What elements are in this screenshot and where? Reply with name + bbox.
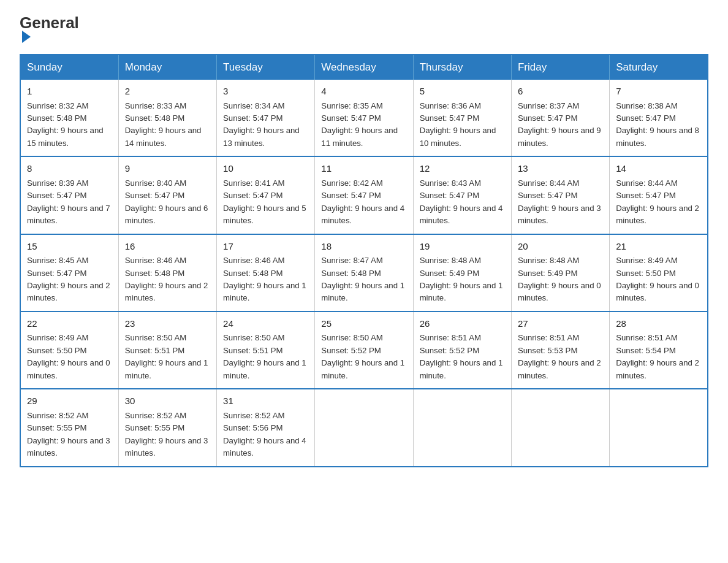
day-info: Sunrise: 8:32 AMSunset: 5:48 PMDaylight:… [27, 100, 112, 150]
day-info: Sunrise: 8:49 AMSunset: 5:50 PMDaylight:… [616, 255, 701, 305]
calendar-cell: 10Sunrise: 8:41 AMSunset: 5:47 PMDayligh… [217, 156, 315, 234]
calendar-cell: 22Sunrise: 8:49 AMSunset: 5:50 PMDayligh… [20, 312, 118, 389]
day-info: Sunrise: 8:52 AMSunset: 5:55 PMDaylight:… [27, 410, 112, 460]
column-header-tuesday: Tuesday [217, 55, 315, 80]
day-info: Sunrise: 8:38 AMSunset: 5:47 PMDaylight:… [616, 100, 701, 150]
day-info: Sunrise: 8:34 AMSunset: 5:47 PMDaylight:… [223, 100, 308, 150]
day-info: Sunrise: 8:46 AMSunset: 5:48 PMDaylight:… [125, 255, 210, 305]
day-number: 8 [27, 162, 112, 176]
day-number: 11 [321, 162, 406, 176]
day-number: 25 [321, 317, 406, 331]
calendar-cell [413, 389, 511, 466]
day-number: 7 [616, 85, 701, 99]
column-header-saturday: Saturday [610, 55, 708, 80]
calendar-cell: 3Sunrise: 8:34 AMSunset: 5:47 PMDaylight… [217, 80, 315, 156]
day-number: 9 [125, 162, 210, 176]
day-number: 5 [420, 85, 505, 99]
day-number: 26 [420, 317, 505, 331]
column-header-monday: Monday [118, 55, 216, 80]
calendar-cell: 31Sunrise: 8:52 AMSunset: 5:56 PMDayligh… [217, 389, 315, 466]
calendar-cell: 17Sunrise: 8:46 AMSunset: 5:48 PMDayligh… [217, 234, 315, 312]
day-info: Sunrise: 8:50 AMSunset: 5:52 PMDaylight:… [321, 332, 406, 382]
calendar-cell: 12Sunrise: 8:43 AMSunset: 5:47 PMDayligh… [413, 156, 511, 234]
day-number: 21 [616, 240, 701, 254]
day-info: Sunrise: 8:41 AMSunset: 5:47 PMDaylight:… [223, 177, 308, 228]
calendar-cell: 18Sunrise: 8:47 AMSunset: 5:48 PMDayligh… [315, 234, 413, 312]
day-number: 17 [223, 240, 308, 254]
calendar-cell: 14Sunrise: 8:44 AMSunset: 5:47 PMDayligh… [610, 156, 708, 234]
day-number: 22 [27, 317, 112, 331]
day-info: Sunrise: 8:48 AMSunset: 5:49 PMDaylight:… [518, 255, 603, 305]
calendar-cell: 7Sunrise: 8:38 AMSunset: 5:47 PMDaylight… [610, 80, 708, 156]
page-header: General [20, 15, 708, 44]
calendar-cell: 21Sunrise: 8:49 AMSunset: 5:50 PMDayligh… [610, 234, 708, 312]
calendar-cell: 1Sunrise: 8:32 AMSunset: 5:48 PMDaylight… [20, 80, 118, 156]
calendar-cell: 2Sunrise: 8:33 AMSunset: 5:48 PMDaylight… [118, 80, 216, 156]
day-info: Sunrise: 8:43 AMSunset: 5:47 PMDaylight:… [420, 177, 505, 228]
calendar-cell: 20Sunrise: 8:48 AMSunset: 5:49 PMDayligh… [511, 234, 609, 312]
day-number: 3 [223, 85, 308, 99]
calendar-cell: 9Sunrise: 8:40 AMSunset: 5:47 PMDaylight… [118, 156, 216, 234]
day-number: 12 [420, 162, 505, 176]
day-info: Sunrise: 8:51 AMSunset: 5:53 PMDaylight:… [518, 332, 603, 382]
day-info: Sunrise: 8:46 AMSunset: 5:48 PMDaylight:… [223, 255, 308, 305]
logo-blue-text [20, 31, 31, 44]
day-number: 29 [27, 394, 112, 408]
calendar-cell: 13Sunrise: 8:44 AMSunset: 5:47 PMDayligh… [511, 156, 609, 234]
day-number: 30 [125, 394, 210, 408]
day-number: 2 [125, 85, 210, 99]
day-info: Sunrise: 8:44 AMSunset: 5:47 PMDaylight:… [518, 177, 603, 228]
calendar-cell: 27Sunrise: 8:51 AMSunset: 5:53 PMDayligh… [511, 312, 609, 389]
day-info: Sunrise: 8:39 AMSunset: 5:47 PMDaylight:… [27, 177, 112, 228]
day-info: Sunrise: 8:37 AMSunset: 5:47 PMDaylight:… [518, 100, 603, 150]
calendar-week-row: 1Sunrise: 8:32 AMSunset: 5:48 PMDaylight… [20, 80, 708, 156]
day-info: Sunrise: 8:42 AMSunset: 5:47 PMDaylight:… [321, 177, 406, 228]
day-number: 13 [518, 162, 603, 176]
day-info: Sunrise: 8:50 AMSunset: 5:51 PMDaylight:… [223, 332, 308, 382]
calendar-cell [610, 389, 708, 466]
day-info: Sunrise: 8:35 AMSunset: 5:47 PMDaylight:… [321, 100, 406, 150]
day-number: 20 [518, 240, 603, 254]
column-header-thursday: Thursday [413, 55, 511, 80]
calendar-cell: 19Sunrise: 8:48 AMSunset: 5:49 PMDayligh… [413, 234, 511, 312]
day-number: 31 [223, 394, 308, 408]
day-info: Sunrise: 8:47 AMSunset: 5:48 PMDaylight:… [321, 255, 406, 305]
calendar-cell: 24Sunrise: 8:50 AMSunset: 5:51 PMDayligh… [217, 312, 315, 389]
calendar-cell: 8Sunrise: 8:39 AMSunset: 5:47 PMDaylight… [20, 156, 118, 234]
day-number: 28 [616, 317, 701, 331]
day-info: Sunrise: 8:44 AMSunset: 5:47 PMDaylight:… [616, 177, 701, 228]
calendar-cell: 28Sunrise: 8:51 AMSunset: 5:54 PMDayligh… [610, 312, 708, 389]
day-info: Sunrise: 8:40 AMSunset: 5:47 PMDaylight:… [125, 177, 210, 228]
day-number: 27 [518, 317, 603, 331]
logo-general-text: General [20, 15, 79, 31]
calendar-cell: 25Sunrise: 8:50 AMSunset: 5:52 PMDayligh… [315, 312, 413, 389]
calendar-cell: 5Sunrise: 8:36 AMSunset: 5:47 PMDaylight… [413, 80, 511, 156]
calendar-cell: 16Sunrise: 8:46 AMSunset: 5:48 PMDayligh… [118, 234, 216, 312]
day-info: Sunrise: 8:49 AMSunset: 5:50 PMDaylight:… [27, 332, 112, 382]
calendar-week-row: 15Sunrise: 8:45 AMSunset: 5:47 PMDayligh… [20, 234, 708, 312]
calendar-cell: 29Sunrise: 8:52 AMSunset: 5:55 PMDayligh… [20, 389, 118, 466]
calendar-cell [315, 389, 413, 466]
day-info: Sunrise: 8:51 AMSunset: 5:52 PMDaylight:… [420, 332, 505, 382]
day-info: Sunrise: 8:50 AMSunset: 5:51 PMDaylight:… [125, 332, 210, 382]
calendar-cell: 4Sunrise: 8:35 AMSunset: 5:47 PMDaylight… [315, 80, 413, 156]
column-header-sunday: Sunday [20, 55, 118, 80]
calendar-cell: 15Sunrise: 8:45 AMSunset: 5:47 PMDayligh… [20, 234, 118, 312]
day-info: Sunrise: 8:51 AMSunset: 5:54 PMDaylight:… [616, 332, 701, 382]
day-number: 16 [125, 240, 210, 254]
column-header-wednesday: Wednesday [315, 55, 413, 80]
day-number: 1 [27, 85, 112, 99]
day-info: Sunrise: 8:33 AMSunset: 5:48 PMDaylight:… [125, 100, 210, 150]
calendar-cell: 30Sunrise: 8:52 AMSunset: 5:55 PMDayligh… [118, 389, 216, 466]
day-number: 23 [125, 317, 210, 331]
calendar-cell: 23Sunrise: 8:50 AMSunset: 5:51 PMDayligh… [118, 312, 216, 389]
calendar-header-row: SundayMondayTuesdayWednesdayThursdayFrid… [20, 55, 708, 80]
logo: General [20, 15, 79, 44]
day-number: 24 [223, 317, 308, 331]
day-number: 18 [321, 240, 406, 254]
calendar-table: SundayMondayTuesdayWednesdayThursdayFrid… [20, 54, 708, 467]
column-header-friday: Friday [511, 55, 609, 80]
calendar-cell [511, 389, 609, 466]
calendar-cell: 11Sunrise: 8:42 AMSunset: 5:47 PMDayligh… [315, 156, 413, 234]
logo-triangle-icon [22, 31, 31, 43]
